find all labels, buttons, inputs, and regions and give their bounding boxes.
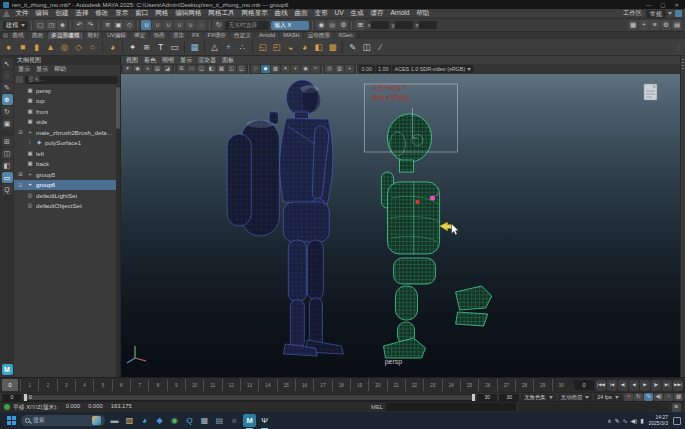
layout-three-pane[interactable]: ◫ (2, 148, 13, 159)
frame-tick[interactable]: 10 (185, 379, 203, 391)
tray-volume-icon[interactable]: ◀) (631, 418, 638, 424)
shelf-tab[interactable]: 雕刻 (84, 32, 102, 39)
shelf-tab[interactable]: 多边形建模 (48, 32, 83, 39)
range-end-field[interactable]: 30 (477, 394, 497, 401)
taskview-icon[interactable]: ▬ (108, 414, 121, 427)
shadows-toggle[interactable]: ◐ (291, 65, 300, 73)
modeling-toolkit-toggle[interactable]: ▦ (628, 20, 638, 30)
select-tool[interactable]: ↖ (2, 58, 13, 69)
frame-tick[interactable]: 18 (332, 379, 350, 391)
poly-disc-button[interactable]: ○ (86, 41, 99, 54)
frame-tick[interactable]: 22 (405, 379, 423, 391)
colorspace-dropdown[interactable]: ACES 1.0 SDR-video (sRGB) (392, 65, 474, 73)
frame-tick[interactable]: 16 (295, 379, 313, 391)
outliner-item[interactable]: ⊞ + group6 (14, 180, 116, 191)
note-icon[interactable] (644, 84, 657, 100)
outliner-item[interactable]: ▣ side (14, 117, 116, 128)
frame-tick[interactable]: 9 (167, 379, 185, 391)
snap-center-button[interactable]: ∪ (174, 20, 184, 30)
shelf-menu-icon[interactable] (3, 33, 8, 38)
measure-button[interactable]: ∴ (236, 41, 249, 54)
frame-tick[interactable]: 30 (552, 379, 570, 391)
frame-tick[interactable]: 24 (442, 379, 460, 391)
menu-item[interactable]: 修改 (92, 9, 112, 18)
shelf-tab[interactable]: 曲面 (28, 32, 46, 39)
filter-icon[interactable] (16, 76, 23, 83)
expand-icon[interactable]: ⊟ (17, 129, 24, 135)
frame-tick[interactable]: 6 (112, 379, 130, 391)
layout-zoom[interactable]: Q (2, 184, 13, 195)
menu-item[interactable]: 曲线 (271, 9, 291, 18)
step-forward-key-button[interactable]: |▶ (651, 380, 661, 391)
range-bar[interactable]: 0 (24, 394, 475, 401)
crease-tool-button[interactable]: ✎ (346, 41, 359, 54)
dark-app-icon[interactable]: ■ (228, 414, 241, 427)
image-plane-button[interactable]: ◪ (163, 65, 172, 73)
shelf-tab[interactable]: XGen (335, 32, 357, 39)
menu-item[interactable]: 显示 (112, 9, 132, 18)
redo-button[interactable]: ↷ (85, 20, 95, 30)
motion-blur-toggle[interactable]: ≈ (311, 65, 320, 73)
tool-settings-toggle[interactable]: ⚙ (661, 20, 671, 30)
poly-torus-button[interactable]: ◎ (58, 41, 71, 54)
ipr-render-button[interactable]: ◎ (327, 20, 337, 30)
shelf-tab[interactable]: 动画 (150, 32, 168, 39)
combine-button[interactable]: ◱ (256, 41, 269, 54)
play-backward-button[interactable]: ◀ (629, 380, 639, 391)
close-button[interactable]: ✕ (671, 2, 682, 8)
wireframe-mode-button[interactable]: ◇ (251, 65, 260, 73)
frame-tick[interactable]: 8 (148, 379, 166, 391)
frame-tick[interactable]: 27 (497, 379, 515, 391)
taskbar-clock[interactable]: 14:27 2025/3/3 (647, 415, 670, 427)
menu-item[interactable]: Arnold (387, 9, 413, 18)
field-chart-toggle[interactable]: ▦ (217, 65, 226, 73)
outliner-item[interactable]: ⊟ + male_zbrush2Brush_default_group (14, 127, 116, 138)
layout-two-pane[interactable]: ◧ (2, 160, 13, 171)
move-axis-arrow[interactable] (440, 222, 453, 231)
minimize-button[interactable]: — (643, 2, 655, 8)
frame-tick[interactable]: 29 (533, 379, 551, 391)
menu-item[interactable]: 生成 (347, 9, 367, 18)
go-to-start-button[interactable]: |◀◀ (596, 380, 606, 391)
gate-mask-toggle[interactable]: ◧ (207, 65, 216, 73)
status-text-field[interactable]: 无实时选择 (225, 21, 269, 30)
channel-box-toggle[interactable]: ▤ (672, 20, 682, 30)
select-object-button[interactable]: ▣ (113, 20, 123, 30)
poly-cylinder-button[interactable]: ▮ (30, 41, 43, 54)
start-button[interactable] (4, 414, 18, 427)
bridge-button[interactable]: ▩ (326, 41, 339, 54)
frame-tick[interactable]: 14 (258, 379, 276, 391)
bookmark-button[interactable]: ▤ (153, 65, 162, 73)
set-key-button[interactable]: ✦ (624, 393, 633, 401)
snap-curve-button[interactable]: ∪ (152, 20, 162, 30)
extrude-button[interactable]: ◧ (312, 41, 325, 54)
frame-tick[interactable]: 13 (240, 379, 258, 391)
modeling-toolkit-button[interactable]: ▦ (188, 41, 201, 54)
shelf-tab[interactable]: 自定义 (230, 32, 254, 39)
frame-tick[interactable]: 15 (277, 379, 295, 391)
animation-start-field[interactable]: 0 (2, 394, 22, 401)
lock-camera-button[interactable]: ◉ (133, 65, 142, 73)
green-character-model[interactable] (381, 114, 491, 358)
camera-menu-button[interactable]: ▾ (123, 65, 132, 73)
menu-item[interactable]: 网格 (152, 9, 172, 18)
lattice-button[interactable]: △ (208, 41, 221, 54)
outliner-scrollbar[interactable] (116, 85, 120, 377)
joint-xray-toggle[interactable]: + (345, 65, 354, 73)
expand-icon[interactable]: ⊞ (17, 182, 24, 188)
frame-tick[interactable]: 20 (368, 379, 386, 391)
outliner-item[interactable]: ▣ left (14, 148, 116, 159)
type-tool-button[interactable]: ▭ (168, 41, 181, 54)
expand-icon[interactable]: └ (26, 140, 33, 146)
shelf-tab[interactable]: 曲线 (9, 32, 27, 39)
shelf-tab[interactable]: UV编辑 (103, 32, 129, 39)
curve-tool-button[interactable]: ✦ (126, 41, 139, 54)
resolution-gate-toggle[interactable]: ◫ (197, 65, 206, 73)
smooth-button[interactable]: ◕ (298, 41, 311, 54)
poly-plane-button[interactable]: ◇ (72, 41, 85, 54)
menu-item[interactable]: 变形 (311, 9, 331, 18)
menu-item[interactable]: UV (331, 9, 347, 18)
safe-action-toggle[interactable]: ◰ (227, 65, 236, 73)
pencil-curve-button[interactable]: ≋ (140, 41, 153, 54)
scale-tool[interactable]: ▣ (2, 118, 13, 129)
